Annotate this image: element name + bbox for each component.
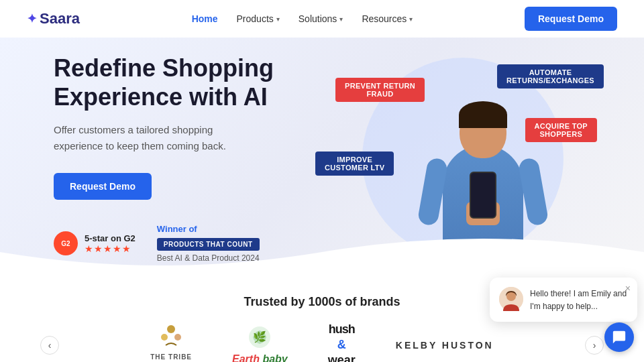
winner-label: Winner of xyxy=(157,224,260,234)
hush-text: hush xyxy=(329,322,355,337)
chat-widget: Hello there! I am Emily and I'm happy to… xyxy=(490,278,637,322)
hero-section: Redefine Shopping Experience with AI Off… xyxy=(0,38,644,279)
chat-avatar xyxy=(499,287,523,311)
tribe-icon xyxy=(158,324,184,353)
nav-solutions[interactable]: Solutions ▾ xyxy=(299,13,343,24)
chat-greeting: Hello there! I am Emily and I'm happy to… xyxy=(530,289,627,311)
svg-text:🌿: 🌿 xyxy=(253,330,266,343)
chat-toggle-button[interactable] xyxy=(604,322,634,352)
amp-icon: & xyxy=(337,338,346,352)
brand-the-tribe: THE TRIBE SKINCARE xyxy=(150,324,192,363)
chat-content: Hello there! I am Emily and I'm happy to… xyxy=(530,287,628,312)
hero-demo-button[interactable]: Request Demo xyxy=(54,173,152,200)
earth-baby-icon: 🌿 xyxy=(248,325,272,349)
chevron-down-icon: ▾ xyxy=(339,15,343,23)
earth-baby-text: Earth baby xyxy=(232,353,288,363)
awards-row: G2 5-star on G2 ★★★★★ Winner of PRODUCTS… xyxy=(54,224,590,263)
hero-content: Redefine Shopping Experience with AI Off… xyxy=(54,54,590,263)
navbar: ✦ Saara Home Products ▾ Solutions ▾ Reso… xyxy=(0,0,644,38)
award-badge: PRODUCTS THAT COUNT xyxy=(157,238,260,251)
brand-logos: THE TRIBE SKINCARE 🌿 Earth baby hush & xyxy=(59,322,585,362)
g2-stars: ★★★★★ xyxy=(85,243,136,254)
svg-point-2 xyxy=(174,334,181,341)
tribe-label: THE TRIBE xyxy=(150,353,192,361)
svg-point-1 xyxy=(161,334,168,341)
hero-title: Redefine Shopping Experience with AI xyxy=(54,54,590,111)
carousel-next-button[interactable]: › xyxy=(585,336,604,355)
brand-earth-baby: 🌿 Earth baby xyxy=(232,325,288,363)
nav-resources[interactable]: Resources ▾ xyxy=(362,13,413,24)
earth-text: Earth xyxy=(232,353,260,363)
chat-close-button[interactable]: × xyxy=(625,283,631,294)
logo-icon: ✦ xyxy=(27,11,37,26)
chevron-down-icon: ▾ xyxy=(409,15,413,23)
svg-point-0 xyxy=(167,325,175,333)
logo-text: Saara xyxy=(40,10,80,27)
baby-text: baby xyxy=(262,353,287,363)
brand-carousel: ‹ THE TRIBE SKINCARE xyxy=(27,322,617,362)
arrow-right-icon: › xyxy=(593,340,596,351)
chat-bubble-icon xyxy=(612,330,627,345)
winner-award: Winner of PRODUCTS THAT COUNT Best AI & … xyxy=(157,224,260,263)
g2-label: 5-star on G2 xyxy=(85,233,136,243)
g2-award: G2 5-star on G2 ★★★★★ xyxy=(54,231,136,255)
wear-text: wear xyxy=(328,353,356,362)
arrow-left-icon: ‹ xyxy=(48,340,52,351)
nav-links: Home Products ▾ Solutions ▾ Resources ▾ xyxy=(192,13,413,24)
brand-kelby-huston: KELBY HUSTON xyxy=(396,340,494,351)
award-sub: Best AI & Data Product 2024 xyxy=(157,253,260,263)
logo: ✦ Saara xyxy=(27,10,80,27)
g2-logo: G2 xyxy=(54,231,78,255)
hero-subtitle: Offer customers a tailored shopping expe… xyxy=(54,122,255,154)
g2-info: 5-star on G2 ★★★★★ xyxy=(85,233,136,254)
nav-products[interactable]: Products ▾ xyxy=(237,13,280,24)
brand-hush-wear: hush & wear xyxy=(328,322,356,362)
nav-home[interactable]: Home xyxy=(192,13,218,24)
nav-demo-button[interactable]: Request Demo xyxy=(525,7,617,31)
carousel-prev-button[interactable]: ‹ xyxy=(40,336,59,355)
chevron-down-icon: ▾ xyxy=(276,15,280,23)
kelby-text: KELBY HUSTON xyxy=(396,340,494,351)
